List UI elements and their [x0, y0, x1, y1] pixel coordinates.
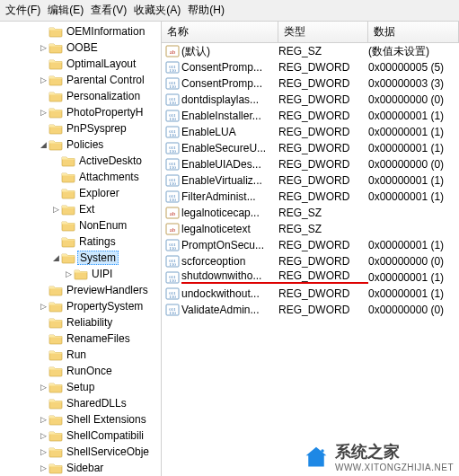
tree-item[interactable]: ◢Policies	[0, 137, 161, 153]
watermark-url: WWW.XITONGZHIJIA.NET	[335, 463, 454, 472]
table-row[interactable]: 011110PromptOnSecu...REG_DWORD0x00000001…	[162, 237, 459, 253]
table-row[interactable]: 011110EnableLUAREG_DWORD0x00000001 (1)	[162, 124, 459, 140]
tree-item[interactable]: ▷ShellServiceObje	[0, 444, 161, 460]
tree-item[interactable]: Reliability	[0, 314, 161, 331]
menu-edit[interactable]: 编辑(E)	[46, 2, 85, 19]
tree-item[interactable]: PnPSysprep	[0, 120, 161, 137]
expand-icon[interactable]: ▷	[38, 75, 49, 85]
menu-view[interactable]: 查看(V)	[89, 2, 128, 19]
value-data: 0x00000003 (3)	[368, 77, 459, 90]
table-row[interactable]: 011110ValidateAdmin...REG_DWORD0x0000000…	[162, 302, 459, 318]
table-row[interactable]: 011110ConsentPromp...REG_DWORD0x00000005…	[162, 59, 459, 75]
reg-sz-icon: ab	[165, 222, 180, 236]
table-row[interactable]: ab(默认)REG_SZ(数值未设置)	[162, 43, 459, 59]
tree-item[interactable]: OEMInformation	[0, 23, 161, 40]
value-data: 0x00000000 (0)	[368, 93, 459, 106]
tree-item[interactable]: ▷PropertySystem	[0, 298, 161, 314]
col-header-type[interactable]: 类型	[278, 22, 368, 42]
tree-item[interactable]: Ratings	[0, 234, 161, 250]
table-row[interactable]: 011110shutdownwitho...REG_DWORD0x0000000…	[162, 269, 459, 286]
table-row[interactable]: 011110EnableSecureU...REG_DWORD0x0000000…	[162, 140, 459, 156]
svg-text:110: 110	[169, 295, 176, 299]
value-type: REG_SZ	[278, 223, 368, 235]
table-row[interactable]: 011110ConsentPromp...REG_DWORD0x00000003…	[162, 75, 459, 92]
tree-item[interactable]: Run	[0, 347, 161, 363]
tree-item-label: NonEnum	[77, 219, 128, 232]
tree-item[interactable]: Attachments	[0, 169, 161, 185]
table-row[interactable]: 011110FilterAdminist...REG_DWORD0x000000…	[162, 189, 459, 205]
expand-icon	[50, 236, 61, 247]
svg-text:110: 110	[169, 311, 176, 315]
svg-text:110: 110	[169, 165, 176, 170]
tree-item[interactable]: ▷PhotoPropertyH	[0, 104, 161, 120]
expand-icon[interactable]: ▷	[38, 446, 49, 457]
value-name: ConsentPromp...	[181, 77, 278, 90]
tree-item[interactable]: RenameFiles	[0, 331, 161, 347]
tree-item[interactable]: ▷Sidebar	[0, 460, 161, 476]
folder-icon	[61, 203, 75, 216]
tree-item[interactable]: ▷ShellCompatibili	[0, 428, 161, 444]
value-data: 0x00000001 (1)	[368, 239, 459, 251]
menu-help[interactable]: 帮助(H)	[186, 2, 226, 19]
tree-panel[interactable]: OEMInformation▷OOBEOptimalLayout▷Parenta…	[0, 22, 162, 476]
tree-item[interactable]: Personalization	[0, 88, 161, 104]
table-row[interactable]: 011110undockwithout...REG_DWORD0x0000000…	[162, 286, 459, 302]
expand-icon[interactable]: ▷	[38, 301, 49, 312]
reg-dword-icon: 011110	[165, 157, 180, 172]
expand-icon[interactable]: ▷	[38, 414, 49, 425]
svg-text:110: 110	[169, 198, 176, 202]
menu-file[interactable]: 文件(F)	[4, 2, 42, 19]
tree-item[interactable]: ◢System	[0, 250, 161, 266]
tree-item[interactable]: PreviewHandlers	[0, 282, 161, 298]
table-row[interactable]: 011110scforceoptionREG_DWORD0x00000000 (…	[162, 253, 459, 269]
tree-item[interactable]: ▷Setup	[0, 379, 161, 395]
expand-icon[interactable]: ◢	[50, 252, 61, 263]
tree-item[interactable]: NonEnum	[0, 217, 161, 234]
expand-icon[interactable]: ▷	[38, 107, 49, 118]
folder-icon	[49, 138, 63, 151]
expand-icon	[38, 317, 49, 328]
col-header-name[interactable]: 名称	[162, 22, 278, 42]
expand-icon[interactable]: ▷	[38, 430, 49, 441]
tree-item[interactable]: SharedDLLs	[0, 395, 161, 411]
value-name: FilterAdminist...	[181, 190, 278, 203]
expand-icon[interactable]: ◢	[38, 139, 49, 150]
tree-item[interactable]: ActiveDeskto	[0, 153, 161, 169]
col-header-data[interactable]: 数据	[368, 22, 459, 42]
tree-item[interactable]: ▷OOBE	[0, 40, 161, 56]
expand-icon[interactable]: ▷	[63, 269, 74, 279]
table-row[interactable]: ablegalnoticetextREG_SZ	[162, 221, 459, 237]
folder-icon	[49, 74, 63, 86]
tree-item[interactable]: ▷Ext	[0, 201, 161, 217]
tree-item[interactable]: Explorer	[0, 185, 161, 201]
table-row[interactable]: 011110EnableUIADes...REG_DWORD0x00000000…	[162, 156, 459, 172]
menu-favorites[interactable]: 收藏夹(A)	[132, 2, 182, 19]
table-row[interactable]: 011110EnableVirtualiz...REG_DWORD0x00000…	[162, 172, 459, 189]
expand-icon[interactable]: ▷	[50, 204, 61, 215]
tree-item[interactable]: RunOnce	[0, 363, 161, 379]
tree-item-label: RunOnce	[65, 365, 114, 377]
value-name: EnableInstaller...	[181, 110, 278, 122]
table-row[interactable]: ablegalnoticecap...REG_SZ	[162, 205, 459, 221]
reg-dword-icon: 011110	[165, 60, 180, 75]
folder-icon	[61, 187, 75, 199]
value-name: ConsentPromp...	[181, 61, 278, 74]
tree-item-label: Reliability	[65, 316, 114, 329]
tree-item[interactable]: ▷UIPI	[0, 266, 161, 282]
reg-dword-icon: 011110	[165, 270, 180, 285]
reg-dword-icon: 011110	[165, 141, 180, 155]
tree-item-label: RenameFiles	[65, 332, 132, 345]
expand-icon	[50, 188, 61, 198]
folder-icon	[49, 445, 63, 458]
table-row[interactable]: 011110EnableInstaller...REG_DWORD0x00000…	[162, 108, 459, 124]
tree-item[interactable]: ▷Parental Control	[0, 72, 161, 88]
folder-icon	[49, 90, 63, 102]
table-row[interactable]: 011110dontdisplaylas...REG_DWORD0x000000…	[162, 92, 459, 108]
tree-item[interactable]: OptimalLayout	[0, 56, 161, 72]
expand-icon[interactable]: ▷	[38, 42, 49, 53]
tree-item[interactable]: ▷Shell Extensions	[0, 411, 161, 428]
expand-icon[interactable]: ▷	[38, 382, 49, 392]
svg-text:110: 110	[169, 84, 176, 89]
expand-icon[interactable]: ▷	[38, 463, 49, 473]
value-name: EnableVirtualiz...	[181, 174, 278, 187]
